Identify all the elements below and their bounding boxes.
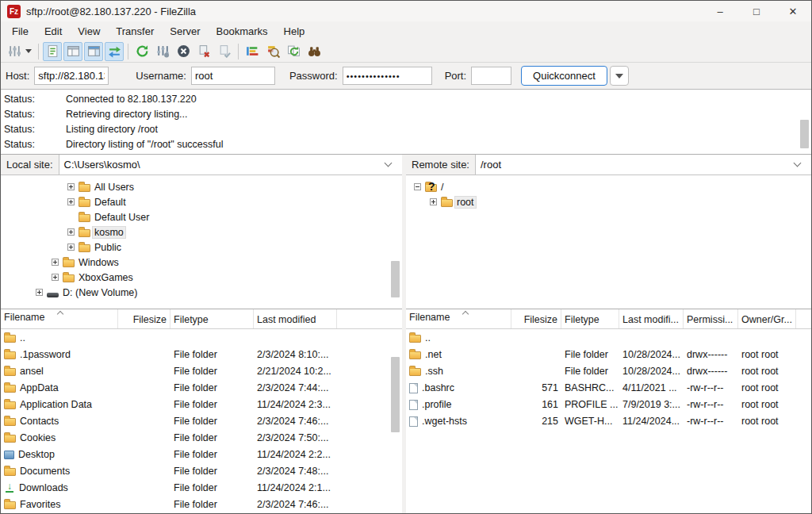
expand-icon[interactable]: [430, 198, 437, 205]
tree-item[interactable]: Windows: [1, 255, 402, 270]
refresh-icon[interactable]: [132, 42, 151, 61]
chevron-down-icon[interactable]: [385, 159, 393, 167]
folder-icon: [4, 418, 16, 426]
local-directory-tree: All Users Default Default User kosmo Pub…: [1, 175, 402, 309]
reconnect-icon[interactable]: [215, 42, 234, 61]
table-row[interactable]: FavoritesFile folder2/3/2024 7:46:...: [1, 496, 402, 512]
toggle-local-tree-icon[interactable]: [63, 42, 82, 61]
table-row[interactable]: .bashrc571BASHRC...4/11/2021 ...-rw-r--r…: [406, 379, 811, 396]
directory-comparison-icon[interactable]: [304, 42, 324, 61]
tree-item[interactable]: Public: [1, 240, 402, 255]
menu-edit[interactable]: Edit: [36, 23, 70, 40]
column-label: Filename: [4, 312, 44, 323]
expand-icon[interactable]: [52, 274, 59, 281]
menu-bookmarks[interactable]: Bookmarks: [209, 23, 276, 40]
local-site-combobox[interactable]: C:\Users\kosmo\: [59, 155, 402, 175]
unknown-folder-icon: [425, 184, 437, 192]
toggle-message-log-icon[interactable]: [43, 42, 62, 61]
tree-item[interactable]: /: [406, 179, 811, 194]
menu-server[interactable]: Server: [162, 23, 208, 40]
tree-item-selected[interactable]: root: [406, 194, 811, 209]
menu-file[interactable]: File: [4, 23, 36, 40]
local-pane: Local site: C:\Users\kosmo\ All Users De…: [1, 155, 402, 309]
column-header-filename[interactable]: Filename: [1, 309, 118, 328]
column-header-owner-group[interactable]: Owner/Gr...: [738, 309, 796, 328]
scrollbar-thumb[interactable]: [391, 357, 400, 432]
maximize-button[interactable]: □: [738, 1, 775, 21]
column-header-filetype[interactable]: Filetype: [561, 309, 619, 328]
table-row[interactable]: ContactsFile folder2/3/2024 7:46:...: [1, 412, 402, 429]
toggle-transfer-queue-icon[interactable]: [105, 42, 124, 61]
process-queue-icon[interactable]: [243, 42, 262, 61]
find-files-icon[interactable]: [263, 42, 282, 61]
filename: Downloads: [19, 482, 68, 493]
remote-site-combobox[interactable]: /root: [476, 155, 811, 175]
expand-icon[interactable]: [67, 198, 75, 205]
filter-icon[interactable]: [153, 42, 172, 61]
table-row[interactable]: .1passwordFile folder2/3/2024 8:10:...: [1, 346, 402, 362]
column-header-last-modified[interactable]: Last modified: [254, 309, 337, 328]
chevron-down-icon[interactable]: [794, 159, 802, 167]
menu-help[interactable]: Help: [276, 23, 313, 40]
table-row[interactable]: ..: [406, 329, 811, 346]
table-row[interactable]: DesktopFile folder11/24/2024 2:2...: [1, 446, 402, 462]
file-icon: [409, 383, 418, 393]
tree-item[interactable]: Default: [1, 194, 402, 209]
column-header-filename[interactable]: Filename: [406, 309, 511, 328]
quickconnect-dropdown-button[interactable]: [610, 66, 629, 86]
table-row[interactable]: CookiesFile folder2/3/2024 7:50:...: [1, 429, 402, 446]
scrollbar-thumb[interactable]: [391, 261, 400, 297]
table-row[interactable]: anselFile folder2/21/2024 10:2...: [1, 362, 402, 379]
scrollbar-thumb[interactable]: [800, 120, 809, 148]
tree-item-label: Default: [92, 196, 128, 209]
tree-item[interactable]: All Users: [1, 179, 402, 194]
cancel-icon[interactable]: [174, 42, 193, 61]
menu-transfer[interactable]: Transfer: [108, 23, 162, 40]
tree-item[interactable]: D: (New Volume): [1, 285, 402, 300]
window-title: sftp://root@82.180.137.220 - FileZilla: [26, 6, 196, 17]
table-row[interactable]: .netFile folder10/28/2024...drwx------ro…: [406, 346, 811, 362]
table-row[interactable]: ..: [1, 329, 402, 346]
table-row[interactable]: .profile161PROFILE ...7/9/2019 3:...-rw-…: [406, 396, 811, 412]
tree-item[interactable]: Default User: [1, 209, 402, 224]
table-row[interactable]: .sshFile folder10/28/2024...drwx------ro…: [406, 362, 811, 379]
site-manager-dropdown-icon[interactable]: [25, 49, 32, 53]
close-button[interactable]: ✕: [775, 1, 811, 21]
menu-view[interactable]: View: [70, 23, 108, 40]
host-input[interactable]: [34, 67, 109, 85]
port-input[interactable]: [471, 67, 511, 85]
expand-icon[interactable]: [67, 244, 75, 251]
table-row[interactable]: Application DataFile folder11/24/2024 2:…: [1, 396, 402, 412]
tree-item-selected[interactable]: kosmo: [1, 224, 402, 240]
column-header-permissions[interactable]: Permissi...: [684, 309, 738, 328]
column-header-filetype[interactable]: Filetype: [170, 309, 254, 328]
quickconnect-button[interactable]: Quickconnect: [521, 66, 607, 86]
toolbar-separator: [128, 44, 128, 59]
folder-icon: [79, 214, 90, 222]
table-row[interactable]: AppDataFile folder2/3/2024 7:44:...: [1, 379, 402, 396]
tree-item[interactable]: XboxGames: [1, 270, 402, 285]
table-row[interactable]: .wget-hsts215WGET-H...-rw-r--r--11/24/20…: [406, 412, 811, 429]
expand-icon[interactable]: [36, 289, 43, 296]
column-label: Filetype: [174, 314, 209, 325]
expand-icon[interactable]: [67, 228, 75, 236]
column-header-filesize[interactable]: Filesize: [118, 309, 170, 328]
disconnect-icon[interactable]: [194, 42, 213, 61]
table-row[interactable]: DocumentsFile folder2/3/2024 7:48:...: [1, 462, 402, 479]
toggle-remote-tree-icon[interactable]: [84, 42, 103, 61]
table-row[interactable]: DownloadsFile folder11/24/2024 2:1...: [1, 479, 402, 496]
column-header-last-modified[interactable]: Last modifi...: [619, 309, 684, 328]
synchronized-browsing-icon[interactable]: [284, 42, 303, 61]
site-manager-icon[interactable]: [5, 42, 24, 61]
expand-icon[interactable]: [52, 259, 59, 266]
column-header-filesize[interactable]: Filesize: [511, 309, 561, 328]
expand-icon[interactable]: [67, 183, 75, 190]
password-input[interactable]: [343, 67, 432, 85]
username-input[interactable]: [191, 67, 275, 85]
column-label: Filename: [409, 312, 450, 323]
log-message: Connected to 82.180.137.220: [66, 92, 197, 107]
toolbar: [1, 40, 811, 63]
minimize-button[interactable]: –: [702, 1, 738, 21]
column-label: Filesize: [133, 314, 167, 325]
collapse-icon[interactable]: [414, 183, 421, 190]
